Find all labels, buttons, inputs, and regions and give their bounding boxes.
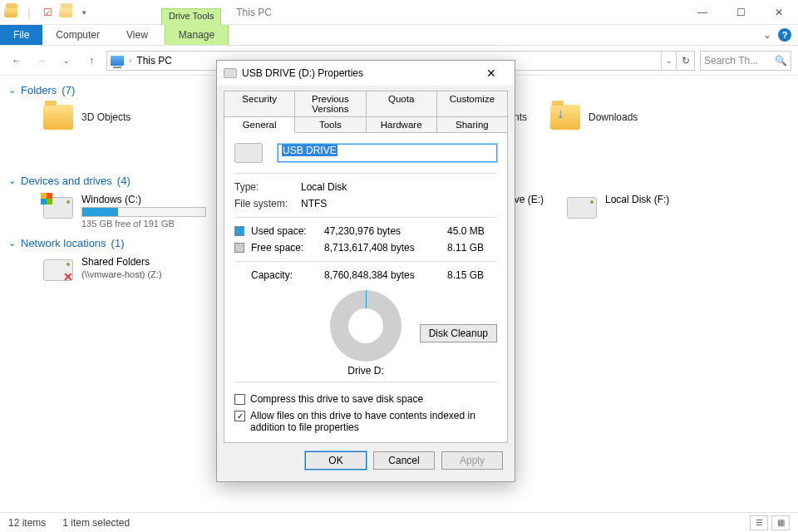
filesystem-label: File system:	[234, 198, 301, 209]
dialog-titlebar[interactable]: USB DRIVE (D:) Properties ✕	[217, 61, 515, 86]
qat-customize-dropdown[interactable]: ▾	[76, 5, 91, 20]
collapse-icon: ⌄	[8, 85, 16, 96]
status-selected-count: 1 item selected	[62, 517, 130, 529]
drive-name-input[interactable]: USB DRIVE	[278, 144, 497, 162]
tab-strip: Security Previous Versions Quota Customi…	[224, 91, 508, 133]
used-space-swatch	[234, 226, 244, 236]
dialog-title: USB DRIVE (D:) Properties	[242, 67, 363, 79]
qat-sep: |	[22, 5, 37, 20]
window-title: This PC	[236, 7, 272, 18]
new-folder-quickbtn[interactable]	[58, 5, 73, 20]
group-drives-title: Devices and drives	[21, 175, 112, 187]
free-space-hr: 8.11 GB	[447, 242, 497, 254]
usage-bar	[81, 207, 206, 217]
disconnected-icon: ✕	[63, 271, 75, 283]
drive-label: Windows (C:)	[81, 194, 206, 205]
compress-checkbox-row[interactable]: Compress this drive to save disk space	[234, 391, 497, 407]
drive-icon	[43, 197, 73, 219]
view-details-button[interactable]: ☰	[750, 515, 768, 530]
drive-label: Local Disk (F:)	[605, 194, 669, 205]
properties-dialog: USB DRIVE (D:) Properties ✕ Security Pre…	[216, 60, 515, 482]
dialog-close-button[interactable]: ✕	[475, 66, 508, 80]
usage-text: 135 GB free of 191 GB	[81, 219, 206, 229]
this-pc-icon	[111, 56, 124, 66]
help-icon[interactable]: ?	[778, 28, 791, 42]
refresh-button[interactable]: ↻	[677, 51, 695, 71]
status-bar: 12 items 1 item selected ☰ ▦	[0, 512, 798, 532]
cancel-button[interactable]: Cancel	[373, 451, 435, 470]
group-folders-count: (7)	[62, 84, 75, 96]
tab-hardware[interactable]: Hardware	[366, 116, 437, 133]
tab-tools[interactable]: Tools	[294, 116, 366, 133]
maximize-button[interactable]: ☐	[722, 0, 760, 25]
used-space-hr: 45.0 MB	[447, 225, 497, 237]
breadcrumb-chevron[interactable]: ›	[129, 56, 131, 65]
tab-computer[interactable]: Computer	[42, 25, 113, 45]
network-drive-icon: ✕	[43, 259, 73, 281]
capacity-pie-chart	[330, 290, 401, 362]
status-item-count: 12 items	[8, 517, 46, 529]
close-button[interactable]: ✕	[760, 0, 798, 25]
search-icon: 🔍	[775, 55, 787, 66]
titlebar: | ☑ ▾ Drive Tools This PC ― ☐ ✕	[0, 0, 798, 25]
free-space-bytes: 8,713,617,408 bytes	[324, 242, 441, 254]
folder-downloads[interactable]: Downloads	[547, 100, 722, 135]
used-space-bytes: 47,230,976 bytes	[324, 225, 441, 237]
minimize-button[interactable]: ―	[683, 0, 722, 25]
search-input[interactable]: Search Th... 🔍	[700, 51, 791, 71]
tab-security[interactable]: Security	[224, 91, 295, 117]
collapse-icon: ⌄	[8, 175, 16, 186]
type-value: Local Disk	[301, 181, 497, 193]
nav-recent-dropdown[interactable]: ⌄	[57, 51, 76, 71]
tab-view[interactable]: View	[113, 25, 161, 45]
capacity-label: Capacity:	[251, 269, 318, 281]
folder-icon	[550, 105, 580, 130]
group-network-title: Network locations	[21, 237, 106, 249]
ribbon-expand-toggle[interactable]: ⌄	[763, 29, 771, 41]
checkbox-unchecked-icon	[234, 394, 245, 405]
tab-previous-versions[interactable]: Previous Versions	[294, 91, 366, 117]
network-label-line2: (\\vmware-host) (Z:)	[81, 269, 162, 279]
view-tiles-button[interactable]: ▦	[771, 515, 790, 530]
drive-icon	[224, 68, 237, 78]
tab-customize[interactable]: Customize	[436, 91, 508, 117]
ribbon-tabs: File Computer View Manage ⌄ ?	[0, 25, 798, 46]
tab-general[interactable]: General	[224, 116, 295, 133]
drive-icon	[234, 143, 263, 163]
folder-label: Downloads	[589, 111, 638, 123]
ok-button[interactable]: OK	[305, 451, 367, 470]
index-checkbox-row[interactable]: ✓ Allow files on this drive to have cont…	[234, 407, 497, 436]
breadcrumb-location[interactable]: This PC	[136, 55, 172, 66]
collapse-icon: ⌄	[8, 238, 16, 249]
tab-sharing[interactable]: Sharing	[436, 116, 508, 133]
address-history-dropdown[interactable]: ⌄	[662, 51, 677, 71]
index-label: Allow files on this drive to have conten…	[250, 410, 497, 433]
contextual-tab-drive-tools[interactable]: Drive Tools	[161, 8, 221, 25]
nav-forward-button[interactable]: →	[32, 51, 52, 71]
apply-button[interactable]: Apply	[441, 451, 503, 470]
network-label-line1: Shared Folders	[81, 256, 162, 268]
type-label: Type:	[234, 181, 301, 193]
tab-manage[interactable]: Manage	[165, 25, 229, 45]
capacity-bytes: 8,760,848,384 bytes	[324, 269, 441, 281]
compress-label: Compress this drive to save disk space	[250, 393, 423, 405]
tab-file[interactable]: File	[0, 25, 42, 45]
drive-icon	[567, 197, 597, 219]
explorer-icon	[3, 5, 18, 20]
folder-3d-objects[interactable]: 3D Objects	[40, 100, 214, 135]
tab-panel-general: USB DRIVE Type:Local Disk File system:NT…	[224, 133, 508, 443]
drive-d-label: Drive D:	[234, 365, 497, 377]
disk-cleanup-button[interactable]: Disk Cleanup	[420, 324, 497, 342]
tab-quota[interactable]: Quota	[366, 91, 437, 117]
filesystem-value: NTFS	[301, 198, 497, 209]
search-placeholder: Search Th...	[704, 55, 758, 66]
used-space-label: Used space:	[251, 225, 318, 237]
properties-quickbtn[interactable]: ☑	[40, 5, 55, 20]
nav-up-button[interactable]: ↑	[81, 51, 101, 71]
group-network-count: (1)	[111, 237, 125, 249]
group-folders-title: Folders	[21, 84, 57, 96]
nav-back-button[interactable]: ←	[7, 51, 27, 71]
quick-access-toolbar: | ☑ ▾	[0, 0, 95, 24]
drive-local-f[interactable]: Local Disk (F:)	[564, 190, 771, 232]
folder-icon	[43, 105, 73, 130]
